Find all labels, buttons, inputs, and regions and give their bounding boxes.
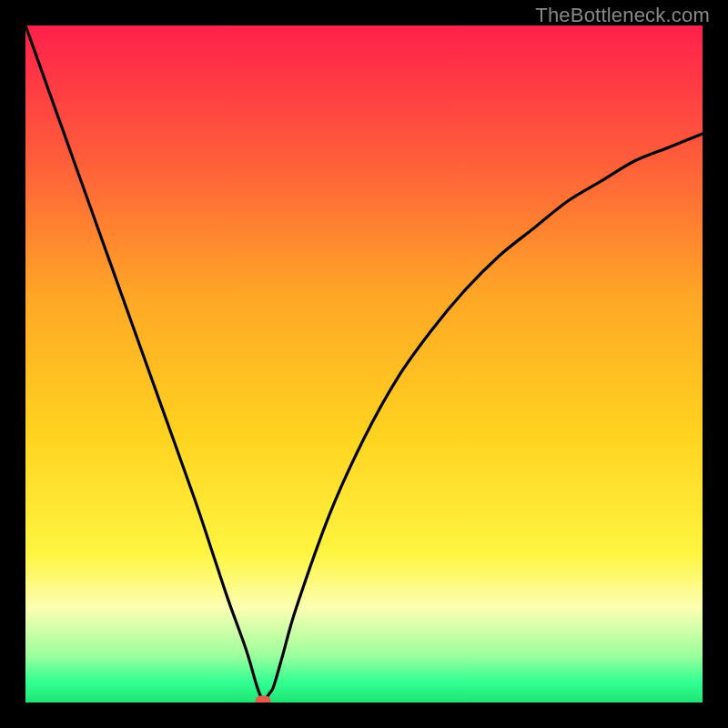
- chart-frame: TheBottleneck.com: [0, 0, 728, 728]
- curve-layer: [25, 25, 703, 703]
- watermark-text: TheBottleneck.com: [535, 4, 710, 27]
- optimum-marker: [256, 695, 271, 703]
- plot-area: [25, 25, 703, 703]
- bottleneck-curve: [25, 25, 703, 702]
